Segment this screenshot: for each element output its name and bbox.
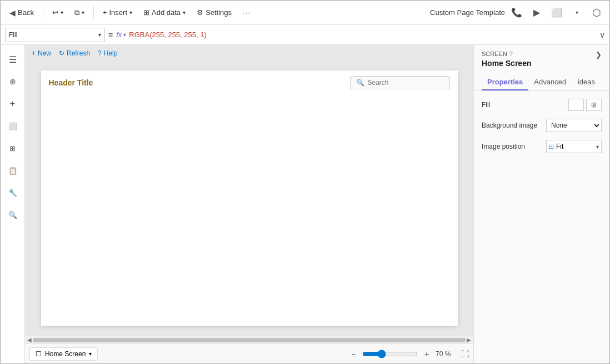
phone-record-icon: 📞 xyxy=(511,7,522,18)
fill-extra-button[interactable]: ⊞ xyxy=(586,99,602,111)
panel-collapse-icon[interactable]: ❯ xyxy=(596,50,602,59)
tab-ideas[interactable]: Ideas xyxy=(572,74,601,90)
plus-icon: + xyxy=(103,8,107,17)
phone-record-button[interactable]: 📞 xyxy=(508,4,525,21)
formula-fx-button[interactable]: fx ▾ xyxy=(116,31,126,39)
background-image-select[interactable]: None xyxy=(546,119,602,132)
search-input[interactable] xyxy=(368,79,444,87)
background-image-row: Background image None xyxy=(482,119,602,132)
separator-1 xyxy=(43,6,43,19)
left-sidebar: ☰ ⊕ + ⬜ ⊞ 📋 🔧 🔍 xyxy=(1,45,25,363)
top-toolbar: ◀ Back ↩ ▾ ⧉ ▾ + Insert ▾ ⊞ Add data ▾ ⚙… xyxy=(1,1,609,25)
formula-selector[interactable]: Fill ▾ xyxy=(5,28,105,42)
zoom-plus-button[interactable]: + xyxy=(421,348,432,360)
share-button[interactable]: ⬡ xyxy=(588,4,605,21)
header-title: Header Title xyxy=(49,78,93,87)
sidebar-components-icon[interactable]: ⊞ xyxy=(3,138,23,158)
new-label: New xyxy=(38,49,51,57)
fill-row: Fill ⊞ xyxy=(482,99,602,111)
zoom-controls: − + 70 % ⛶ xyxy=(348,348,469,360)
background-image-label: Background image xyxy=(482,122,537,129)
back-icon: ◀ xyxy=(9,8,16,17)
sidebar-tool-icon[interactable]: 🔧 xyxy=(3,183,23,203)
save-button[interactable]: ⬜ xyxy=(548,4,565,21)
image-position-value: Fit xyxy=(556,143,563,150)
zoom-minus-button[interactable]: − xyxy=(348,348,359,360)
image-position-chevron-icon: ▾ xyxy=(596,144,599,150)
search-icon: 🔍 xyxy=(356,79,364,87)
tab-advanced[interactable]: Advanced xyxy=(528,74,572,90)
formula-expand-icon[interactable]: ∨ xyxy=(599,31,605,39)
save-chevron-button[interactable]: ▾ xyxy=(568,4,585,21)
formula-input[interactable] xyxy=(129,31,596,39)
new-plus-icon: + xyxy=(32,49,36,57)
fill-label: Fill xyxy=(482,101,490,109)
share-icon: ⬡ xyxy=(592,7,601,19)
formula-equals: = xyxy=(108,31,113,39)
image-position-select[interactable]: ⊡ Fit ▾ xyxy=(546,140,602,153)
sidebar-media-icon[interactable]: ⬜ xyxy=(3,116,23,136)
screen-label: SCREEN ? xyxy=(482,50,513,57)
sidebar-add-icon[interactable]: + xyxy=(3,94,23,114)
screen-name: Home Screen xyxy=(482,59,602,68)
canvas-scroll[interactable]: Header Title 🔍 xyxy=(25,59,473,336)
settings-button[interactable]: ⚙ Settings xyxy=(192,6,236,19)
help-label: Help xyxy=(104,49,118,57)
undo-button[interactable]: ↩ ▾ xyxy=(48,6,68,19)
undo-chevron-icon: ▾ xyxy=(61,9,63,16)
formula-selector-value: Fill xyxy=(9,31,17,39)
main-content: ☰ ⊕ + ⬜ ⊞ 📋 🔧 🔍 + New ↻ Refresh ? Help xyxy=(1,45,609,363)
panel-body: Fill ⊞ Background image None Image posit… xyxy=(474,91,609,363)
horizontal-scrollbar[interactable]: ◀ ▶ xyxy=(25,336,473,343)
toolbar-right: Custom Page Template 📞 ▶ ⬜ ▾ ⬡ xyxy=(430,4,605,21)
search-box[interactable]: 🔍 xyxy=(350,76,450,89)
canvas-toolbar: + New ↻ Refresh ? Help xyxy=(25,45,473,59)
save-icon: ⬜ xyxy=(551,7,562,18)
checkbox-icon: ☐ xyxy=(36,350,42,358)
play-icon: ▶ xyxy=(533,7,540,18)
sidebar-menu-icon[interactable]: ☰ xyxy=(3,49,23,69)
scroll-right-icon[interactable]: ▶ xyxy=(466,337,472,343)
right-panel: SCREEN ? ❯ Home Screen Properties Advanc… xyxy=(473,45,609,363)
screen-help-icon: ? xyxy=(509,50,513,57)
copy-icon: ⧉ xyxy=(74,8,79,17)
refresh-label: Refresh xyxy=(67,49,90,57)
help-button[interactable]: ? Help xyxy=(98,49,117,57)
new-button[interactable]: + New xyxy=(32,49,51,57)
fill-swatch[interactable] xyxy=(568,99,584,111)
sidebar-data-icon[interactable]: 📋 xyxy=(3,160,23,180)
scrollbar-track[interactable] xyxy=(33,338,466,342)
back-button[interactable]: ◀ Back xyxy=(5,6,38,19)
insert-label: Insert xyxy=(109,8,128,17)
fullscreen-icon[interactable]: ⛶ xyxy=(461,350,469,358)
more-button[interactable]: ··· xyxy=(238,6,255,19)
scroll-left-icon[interactable]: ◀ xyxy=(26,337,33,343)
canvas-surface: Header Title 🔍 xyxy=(41,70,458,326)
fill-value: ⊞ xyxy=(568,99,602,111)
refresh-button[interactable]: ↻ Refresh xyxy=(59,49,90,57)
sidebar-layers-icon[interactable]: ⊕ xyxy=(3,72,23,92)
image-position-label: Image position xyxy=(482,143,525,150)
screen-tab-chevron-icon: ▾ xyxy=(89,351,92,357)
screen-tab[interactable]: ☐ Home Screen ▾ xyxy=(29,347,98,361)
copy-chevron-icon: ▾ xyxy=(82,9,84,16)
add-data-icon: ⊞ xyxy=(143,8,149,17)
add-data-button[interactable]: ⊞ Add data ▾ xyxy=(139,6,190,19)
undo-icon: ↩ xyxy=(52,8,58,17)
insert-button[interactable]: + Insert ▾ xyxy=(98,6,137,19)
play-button[interactable]: ▶ xyxy=(528,4,545,21)
sidebar-search-icon[interactable]: 🔍 xyxy=(3,205,23,225)
copy-button[interactable]: ⧉ ▾ xyxy=(70,6,89,19)
fx-icon: fx xyxy=(116,31,122,39)
image-position-row: Image position ⊡ Fit ▾ xyxy=(482,140,602,153)
zoom-slider[interactable] xyxy=(362,350,418,358)
tab-properties[interactable]: Properties xyxy=(482,74,528,90)
fx-chevron-icon: ▾ xyxy=(123,32,126,38)
screen-label-text: SCREEN xyxy=(482,50,507,57)
screen-tab-label: Home Screen xyxy=(45,350,86,358)
canvas-area: + New ↻ Refresh ? Help Header Title 🔍 xyxy=(25,45,473,363)
gear-icon: ⚙ xyxy=(197,8,203,17)
panel-tabs: Properties Advanced Ideas xyxy=(474,74,609,91)
zoom-level: 70 % xyxy=(436,350,456,358)
add-data-chevron-icon: ▾ xyxy=(183,9,186,16)
